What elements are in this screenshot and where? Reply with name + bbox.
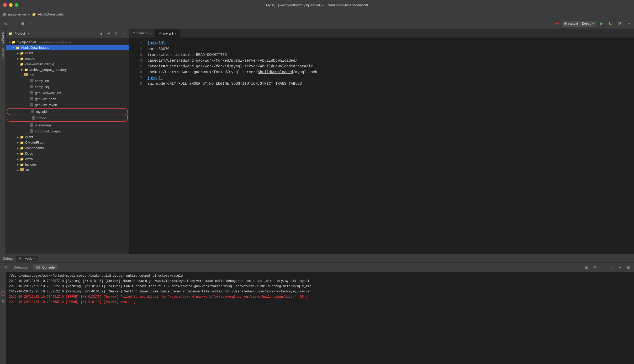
root-label: mysql-server [17,40,36,44]
sidebar-minus-button[interactable]: − [120,31,126,36]
cmake-label: cmake [25,57,35,61]
tree-item-uca9dump[interactable]: uca9dump [6,122,129,128]
tree-item-client2[interactable]: ▶ 📁 client [6,134,129,140]
tree-item-root[interactable]: ▾ 📁 mysql-server ~/work/forked/mysql-ser… [6,39,129,45]
tree-item-extra[interactable]: ▶ 📁 extra [6,156,129,162]
tree-item-comp_err[interactable]: comp_err [6,78,129,84]
lib-folder-icon [20,168,24,172]
breadcrumb-project[interactable]: mysql-server [8,13,26,16]
more-button[interactable]: ⋯ [625,20,632,27]
docs-folder-icon: 📁 [20,152,24,156]
folder-icon: 📁 [32,13,36,16]
gear-button[interactable]: ⚙ [19,20,26,27]
tab-my-cnf[interactable]: ⚙ my.cnf × [155,29,180,38]
resume-button[interactable]: ☰ [583,264,590,271]
step-over-button[interactable]: ↷ [591,264,598,271]
tree-item-lib[interactable]: ▶ lib [6,167,129,173]
console-up-button[interactable]: ↑ [0,273,7,281]
vert-tab-project[interactable]: 1: Project [1,31,5,45]
tree-item-components[interactable]: ▶ 📁 components [6,145,129,151]
vert-tab-favorites[interactable]: Favorites [1,47,5,61]
console-down-button[interactable]: ↓ [0,282,7,289]
archive-arrow: ▶ [20,68,24,71]
my-cnf-close-icon[interactable]: × [175,32,176,35]
coverage-button[interactable]: ⏱ [616,20,623,27]
editor-area: C main.cc × ⚙ my.cnf × 1 [mysqld] 2 port… [129,29,634,254]
maximize-button[interactable] [15,3,18,7]
debug-tab-mysqld[interactable]: ⚙ mysqld × [16,256,38,261]
bin-arrow: ▾ [20,74,24,77]
tree-item-gen_lex_hash[interactable]: gen_lex_hash [6,96,129,102]
debug-tab-close[interactable]: × [34,257,36,260]
svg-rect-7 [31,110,34,113]
step-into-button[interactable]: ↓ [599,264,607,271]
tree-item-comp_sql[interactable]: comp_sql [6,84,129,90]
sidebar-sliders-button[interactable]: ≓ [106,31,112,36]
tree-item-client[interactable]: ▶ 📁 client [6,50,129,56]
bottom-panel: Debug: ⚙ mysqld × ⚙ Debugger ⌨ Console ☰… [0,254,634,364]
console-tab[interactable]: ⌨ Console [33,264,58,270]
minimize-button[interactable] [9,3,13,7]
run-to-cursor-button[interactable]: ⇥ [616,264,624,271]
evaluate-button[interactable]: ▦ [625,264,632,271]
back-icon: ↩ [554,20,559,27]
tab-main-cc[interactable]: C main.cc × [129,29,155,38]
line-num-6: 6 [132,69,142,75]
tree-item-cmake[interactable]: ▶ 📁 cmake [6,56,129,61]
tree-item-xprotocol[interactable]: xprotocol_plugin [6,128,129,134]
console-left-buttons: ↑ ↓ ☰ [0,272,6,364]
project-dropdown-icon[interactable]: ▾ [28,32,30,35]
root-path: ~/work/forked/mysql-server [38,41,72,44]
debug-button[interactable]: 🐛 [607,20,614,27]
tree-item-mysqld[interactable]: mysqld [7,108,128,115]
sliders-button[interactable]: ≓ [10,20,18,27]
globe-button[interactable]: ⊕ [2,20,9,27]
line-content-4: basedir=/Users/edward.gao/work/forked/my… [147,58,297,63]
run-button[interactable]: ▶ [598,20,605,27]
client-folder-icon: 📁 [20,51,24,55]
sidebar-sliders-icon: ≓ [107,32,110,35]
debug-tab-label: mysqld [23,257,33,260]
sidebar: 📁 Project ▾ ⊕ ≓ ⚙ − [6,29,129,254]
tree-item-archive[interactable]: ▶ 📁 archive_output_directory [6,67,129,72]
tree-item-gen_keyword_list[interactable]: gen_keyword_list [6,90,129,96]
tree-item-protoc[interactable]: protoc [7,115,128,122]
line-num-4: 4 [132,58,142,63]
svg-rect-11 [20,168,24,171]
main-cc-close-icon[interactable]: × [150,32,151,35]
editor-content[interactable]: 1 [mysqld] 2 port=33070 3 transaction_is… [129,38,634,254]
include-arrow: ▶ [16,163,20,166]
svg-rect-12 [20,169,22,169]
sidebar-gear-button[interactable]: ⚙ [113,31,119,36]
tree-item-Docs[interactable]: ▶ 📁 Docs [6,151,129,156]
tree-item-include[interactable]: ▶ 📁 include [6,162,129,167]
debugger-tab[interactable]: Debugger [10,264,32,270]
tree-item-cmake-build-debug[interactable]: ▾ 📁 cmake-build-debug [6,61,129,67]
resume-icon: ☰ [585,265,588,270]
debug-settings-button[interactable]: ⚙ [2,264,9,271]
svg-rect-0 [24,73,28,76]
debug-config-selector[interactable]: ▣ mysqld | Debug ▾ [562,21,596,26]
back-button[interactable]: ↩ [553,20,560,27]
minimize-panel-button[interactable]: − [27,20,35,27]
tree-item-AbuildDownloaded[interactable]: ▾ 📁 AbuildDownloaded [6,45,129,50]
svg-rect-8 [32,116,35,120]
svg-rect-2 [30,79,33,82]
breadcrumb-folder[interactable]: AbuildDownloaded [38,13,64,16]
docs-label: Docs [25,152,33,156]
console-output[interactable]: /Users/edward.gao/work/forked/mysql-serv… [6,272,634,364]
components-folder-icon: 📁 [20,146,24,150]
step-out-button[interactable]: ↑ [608,264,615,271]
gen-hash-label: gen_lex_hash [35,97,56,101]
tree-item-CMakeFiles[interactable]: ▶ 📁 CMakeFiles [6,140,129,145]
more-icon: ⋯ [626,22,630,26]
tree-item-bin[interactable]: ▾ bin [6,72,129,78]
debug-label: Debug: [3,256,14,260]
main-cc-tab-icon: C [133,32,135,35]
console-filter-button[interactable]: ☰ [0,298,7,305]
sidebar-globe-button[interactable]: ⊕ [98,31,104,36]
tree-item-gen_lex_token[interactable]: gen_lex_token [6,102,129,108]
close-button[interactable] [3,3,7,7]
svg-rect-4 [30,91,33,94]
client-label: client [25,51,33,55]
